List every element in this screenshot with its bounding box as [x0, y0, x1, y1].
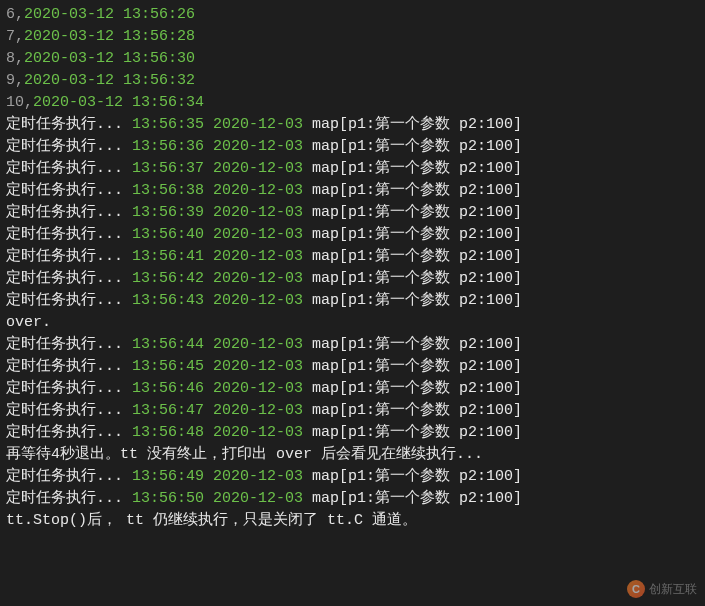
watermark-logo-icon: C [627, 580, 645, 598]
watermark-text: 创新互联 [649, 581, 697, 598]
watermark: C 创新互联 [627, 580, 697, 598]
terminal-output: 6,2020-03-12 13:56:26 7,2020-03-12 13:56… [0, 0, 705, 536]
